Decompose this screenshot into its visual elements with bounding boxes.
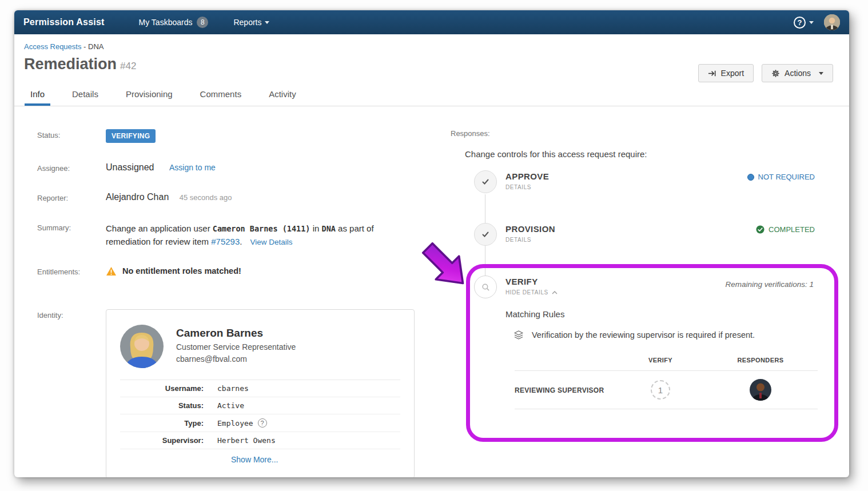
app-window: Permission Assist My Taskboards 8 Report… xyxy=(14,10,849,477)
matching-rule: Verification by the reviewing supervisor… xyxy=(513,330,838,340)
export-button[interactable]: Export xyxy=(698,64,754,82)
provision-details-link[interactable]: DETAILS xyxy=(505,237,838,243)
user-avatar[interactable] xyxy=(824,14,840,30)
step-provision: PROVISION DETAILS COMPLETED xyxy=(451,224,838,247)
entitlements-label: Entitlements: xyxy=(37,266,106,276)
identity-avatar-image xyxy=(120,325,164,368)
reporter-row: Reporter: Alejandro Chan 45 seconds ago xyxy=(37,192,426,202)
nav-my-taskboards-label: My Taskboards xyxy=(139,18,193,27)
type-help-icon[interactable]: ? xyxy=(258,418,267,428)
nav-my-taskboards[interactable]: My Taskboards 8 xyxy=(139,17,209,28)
tab-provisioning[interactable]: Provisioning xyxy=(120,83,178,106)
status-attr-value: Active xyxy=(217,401,244,410)
summary-label: Summary: xyxy=(37,222,106,249)
chevron-down-icon xyxy=(265,21,269,24)
export-button-label: Export xyxy=(721,69,744,78)
approve-details-link[interactable]: DETAILS xyxy=(505,184,838,190)
identity-card: Cameron Barnes Customer Service Represen… xyxy=(106,309,415,477)
export-icon xyxy=(708,69,716,78)
help-menu[interactable]: ? xyxy=(794,17,814,29)
review-item-link[interactable]: #75293 xyxy=(211,237,240,246)
status-label: Status: xyxy=(37,129,106,143)
status-attr-label: Status: xyxy=(120,401,217,410)
actions-button-label: Actions xyxy=(785,69,811,78)
summary-text: Change an application user Cameron Barne… xyxy=(106,222,409,249)
assignee-row: Assignee: Unassigned Assign to me xyxy=(37,162,426,173)
verify-step-circle xyxy=(474,276,497,298)
summary-part1: Change an application user xyxy=(106,223,213,233)
status-row: Status: VERIFYING xyxy=(37,129,426,143)
provision-status: COMPLETED xyxy=(756,225,815,234)
main-content: Status: VERIFYING Assignee: Unassigned A… xyxy=(14,106,849,477)
assign-to-me-link[interactable]: Assign to me xyxy=(169,163,216,172)
entitlements-warning-text: No entitlement roles matched! xyxy=(122,266,241,276)
approve-status-text: NOT REQUIRED xyxy=(758,173,815,181)
reviewing-supervisor-role: REVIEWING SUPERVISOR xyxy=(515,386,604,394)
breadcrumb-access-requests-link[interactable]: Access Requests xyxy=(24,42,81,51)
identity-row-username: Username: cbarnes xyxy=(120,380,400,397)
remaining-verifications: Remaining verifications: 1 xyxy=(725,280,814,289)
username-label: Username: xyxy=(120,384,217,393)
identity-label: Identity: xyxy=(37,309,106,477)
responses-panel: Responses: Change controls for this acce… xyxy=(426,129,849,477)
responses-label: Responses: xyxy=(451,129,838,138)
page-header: Access Requests - DNA Remediation#42 Exp… xyxy=(14,34,849,73)
entitlements-row: Entitlements: No entitlement roles match… xyxy=(37,266,426,276)
navbar-right: ? xyxy=(794,14,840,30)
identity-row-status: Status: Active xyxy=(120,397,400,414)
identity-name: Cameron Barnes xyxy=(176,327,296,340)
verification-count-badge: 1 xyxy=(651,380,670,400)
verification-table-header: VERIFY RESPONDERS xyxy=(515,354,818,370)
status-badge: VERIFYING xyxy=(106,129,156,143)
breadcrumb-current: - DNA xyxy=(83,42,103,51)
show-more-row: Show More... xyxy=(120,449,400,466)
responder-avatar[interactable] xyxy=(750,379,771,401)
verify-column-header: VERIFY xyxy=(648,357,672,364)
screenshot-page: Permission Assist My Taskboards 8 Report… xyxy=(0,0,868,491)
taskboards-count-badge: 8 xyxy=(197,17,208,28)
chevron-down-icon xyxy=(819,72,823,75)
approve-status: NOT REQUIRED xyxy=(747,173,815,181)
warning-icon xyxy=(106,266,117,276)
actions-button[interactable]: Actions xyxy=(762,64,833,82)
identity-card-header: Cameron Barnes Customer Service Represen… xyxy=(120,325,400,380)
provision-step-circle xyxy=(474,223,497,246)
tab-info[interactable]: Info xyxy=(25,83,50,106)
tab-details[interactable]: Details xyxy=(66,83,104,106)
ticket-number: #42 xyxy=(120,61,136,71)
tab-comments[interactable]: Comments xyxy=(194,83,248,106)
reporter-value: Alejandro Chan xyxy=(106,192,169,202)
top-navbar: Permission Assist My Taskboards 8 Report… xyxy=(14,10,849,34)
assignee-label: Assignee: xyxy=(37,162,106,173)
summary-period: . xyxy=(240,237,242,246)
username-value: cbarnes xyxy=(217,384,249,393)
verify-hide-details-link[interactable]: HIDE DETAILS xyxy=(505,289,838,296)
nav-reports[interactable]: Reports xyxy=(233,18,269,27)
reporter-timestamp: 45 seconds ago xyxy=(180,193,232,202)
check-icon xyxy=(481,230,490,239)
identity-row-type: Type: Employee ? xyxy=(120,414,400,432)
identity-job-title: Customer Service Representative xyxy=(176,342,296,352)
completed-check-icon xyxy=(756,225,765,234)
entitlements-warning: No entitlement roles matched! xyxy=(106,266,241,276)
reporter-label: Reporter: xyxy=(37,192,106,202)
view-details-link[interactable]: View Details xyxy=(250,238,292,246)
summary-user-mono: Cameron Barnes (1411) xyxy=(213,224,310,233)
table-row: REVIEWING SUPERVISOR 1 xyxy=(515,370,818,409)
not-required-dot-icon xyxy=(747,174,754,181)
help-icon: ? xyxy=(794,17,806,29)
summary-part2: in xyxy=(310,223,321,233)
responders-column-header: RESPONDERS xyxy=(737,357,783,364)
nav-reports-label: Reports xyxy=(233,18,261,27)
gear-icon xyxy=(771,69,780,78)
tab-activity[interactable]: Activity xyxy=(263,83,302,106)
show-more-link[interactable]: Show More... xyxy=(231,455,278,464)
type-label: Type: xyxy=(120,419,217,428)
tab-bar: Info Details Provisioning Comments Activ… xyxy=(14,83,849,106)
header-buttons: Export Actions xyxy=(698,64,833,82)
magnifier-icon xyxy=(481,282,491,292)
supervisor-label: Supervisor: xyxy=(120,436,217,445)
supervisor-value: Herbert Owens xyxy=(217,436,276,445)
summary-row: Summary: Change an application user Came… xyxy=(37,222,426,249)
identity-attributes-table: Username: cbarnes Status: Active Type: E… xyxy=(120,380,400,466)
